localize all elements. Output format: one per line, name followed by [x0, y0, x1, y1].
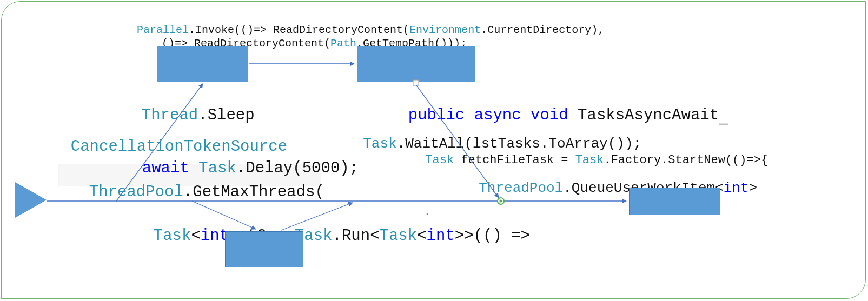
tok-task-waitall-a: Task [363, 136, 396, 152]
tok-tr-h: < [417, 227, 426, 245]
tok-tr-b: < [191, 227, 200, 245]
tok-cursor: _ [719, 110, 728, 128]
code-threadpool-getmax: ThreadPool.GetMaxThreads( [70, 165, 324, 202]
tok-tr-g: Task [380, 227, 418, 245]
tok-tr-f: .Run< [333, 227, 380, 245]
tok-currentdir: .CurrentDirectory), [481, 24, 604, 36]
block-top-right [357, 46, 475, 82]
code-task-run: Task<int> t2 = Task.Run<Task<int>>(() => [135, 209, 530, 245]
tok-tp2a: ThreadPool [479, 180, 563, 196]
tok-tp2d: int [724, 180, 749, 196]
block-right [629, 188, 720, 215]
triangle-play-icon [15, 182, 47, 218]
tok-tp1b: .GetMaxThreads( [183, 183, 324, 201]
tok-delayclose: ); [340, 159, 359, 177]
block-top-left [157, 46, 248, 82]
tok-tr-i: int [427, 227, 455, 245]
tok-fetch-a: Task [425, 153, 454, 167]
tok-tp2e: > [749, 180, 758, 196]
tok-tp1a: ThreadPool [89, 183, 183, 201]
tok-tr-j: >>(() => [455, 227, 530, 245]
block-bottom-mid [225, 231, 303, 267]
tok-tr-a: Task [154, 227, 191, 245]
tok-path: Path [330, 37, 356, 50]
code-fetchfile: Task fetchFileTask = Task.Factory.StartN… [411, 141, 768, 167]
